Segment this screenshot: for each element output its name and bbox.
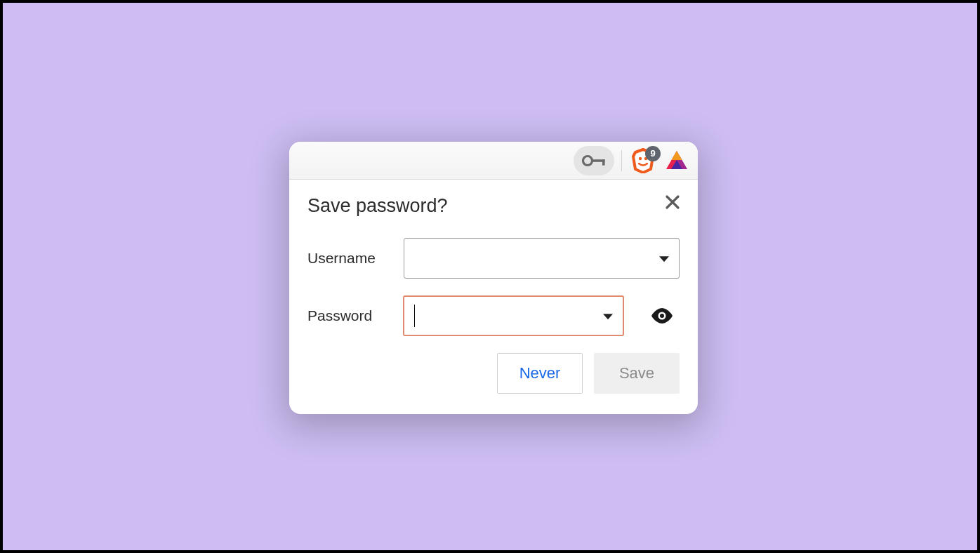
never-button-label: Never <box>519 364 561 382</box>
never-button[interactable]: Never <box>497 353 583 394</box>
shields-count-badge: 9 <box>645 146 661 161</box>
toolbar-divider <box>621 150 622 171</box>
save-password-dialog: 9 Save password? Username <box>289 142 698 414</box>
close-button[interactable] <box>663 192 682 212</box>
brave-rewards-icon <box>666 150 688 171</box>
svg-point-3 <box>639 156 642 159</box>
brave-shields-button[interactable]: 9 <box>629 147 657 175</box>
username-label: Username <box>307 250 404 267</box>
password-input[interactable] <box>403 295 624 336</box>
username-input[interactable] <box>404 238 680 279</box>
chevron-down-icon <box>659 256 669 262</box>
svg-marker-8 <box>672 151 682 160</box>
eye-icon <box>650 308 674 324</box>
key-icon <box>582 154 606 168</box>
dialog-content: Save password? Username Password <box>289 180 698 406</box>
username-row: Username <box>307 238 680 279</box>
password-row: Password <box>307 295 680 336</box>
chevron-down-icon <box>603 314 613 319</box>
dialog-title: Save password? <box>307 195 680 217</box>
close-icon <box>665 194 680 210</box>
password-key-button[interactable] <box>574 146 614 175</box>
svg-rect-2 <box>602 159 605 166</box>
save-button[interactable]: Save <box>594 353 680 394</box>
brave-rewards-button[interactable] <box>664 148 689 173</box>
text-cursor <box>414 305 415 327</box>
password-label: Password <box>307 307 403 324</box>
svg-point-0 <box>583 156 592 165</box>
save-button-label: Save <box>619 364 654 382</box>
svg-point-13 <box>660 314 664 318</box>
dialog-toolbar: 9 <box>289 142 698 180</box>
dialog-actions: Never Save <box>307 353 680 394</box>
show-password-button[interactable] <box>645 308 680 324</box>
